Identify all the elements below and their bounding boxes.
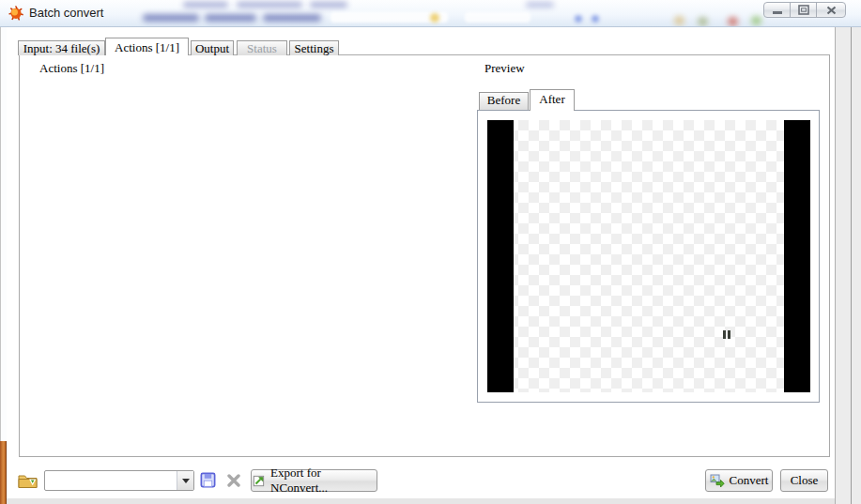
convert-icon xyxy=(710,473,725,488)
close-label: Close xyxy=(791,473,819,488)
load-preset-button[interactable] xyxy=(18,472,38,489)
background-window-strip xyxy=(835,27,861,504)
titlebar-blur-decoration xyxy=(183,2,228,8)
titlebar-blur-decoration xyxy=(575,15,582,23)
minimize-icon xyxy=(773,11,782,14)
image-black-bar-right xyxy=(784,120,810,392)
titlebar-blur-decoration xyxy=(751,16,761,25)
combo-dropdown-button[interactable] xyxy=(177,471,193,490)
close-dialog-button[interactable]: Close xyxy=(780,469,828,492)
titlebar-blur-decoration xyxy=(430,13,439,23)
maximize-button[interactable] xyxy=(790,2,817,18)
xnview-logo-icon xyxy=(8,6,23,21)
actions-group-title: Actions [1/1] xyxy=(36,61,108,76)
save-preset-button[interactable] xyxy=(200,472,216,488)
titlebar-blur-decoration xyxy=(263,14,321,22)
tab-status: Status xyxy=(237,40,287,55)
export-nconvert-button[interactable]: Export for NConvert... xyxy=(251,469,377,492)
export-icon xyxy=(252,474,266,488)
floppy-save-icon xyxy=(200,472,216,488)
open-folder-icon xyxy=(18,472,38,489)
titlebar-blur-decoration xyxy=(465,12,530,23)
preset-value xyxy=(45,471,177,490)
preview-group-title: Preview xyxy=(481,61,529,76)
titlebar-blur-decoration xyxy=(728,17,738,26)
titlebar-blur-decoration xyxy=(310,2,347,8)
titlebar-blur-decoration xyxy=(205,14,256,22)
window-title: Batch convert xyxy=(29,6,104,20)
titlebar-blur-decoration xyxy=(237,2,302,8)
titlebar[interactable]: Batch convert xyxy=(0,0,861,27)
window-left-edge xyxy=(0,27,7,441)
titlebar-blur-decoration xyxy=(592,15,599,23)
tab-before[interactable]: Before xyxy=(479,92,529,110)
background-bottom-strip xyxy=(7,498,835,504)
convert-label: Convert xyxy=(730,473,769,488)
minimize-button[interactable] xyxy=(763,2,791,18)
titlebar-blur-decoration xyxy=(698,17,708,26)
close-button[interactable] xyxy=(816,2,846,18)
export-label: Export for NConvert... xyxy=(270,466,377,496)
delete-preset-button xyxy=(226,473,241,488)
titlebar-blur-decoration xyxy=(143,14,199,22)
chevron-down-icon xyxy=(182,479,190,483)
window-controls xyxy=(764,2,846,18)
image-pause-mark xyxy=(723,330,731,339)
convert-button[interactable]: Convert xyxy=(705,469,773,492)
preset-combobox[interactable] xyxy=(44,470,194,491)
image-black-bar-left xyxy=(487,120,514,392)
delete-x-icon xyxy=(226,473,241,488)
tab-settings[interactable]: Settings xyxy=(289,40,339,55)
tab-after[interactable]: After xyxy=(530,89,575,111)
titlebar-blur-decoration xyxy=(674,16,684,25)
maximize-icon xyxy=(798,5,809,15)
titlebar-blur-decoration xyxy=(526,2,554,8)
desktop-background-strip xyxy=(0,441,7,504)
tab-actions[interactable]: Actions [1/1] xyxy=(105,38,189,55)
close-icon xyxy=(826,6,837,15)
preview-image[interactable] xyxy=(487,120,810,392)
tab-output[interactable]: Output xyxy=(191,40,234,55)
tab-input[interactable]: Input: 34 file(s) xyxy=(18,40,105,55)
